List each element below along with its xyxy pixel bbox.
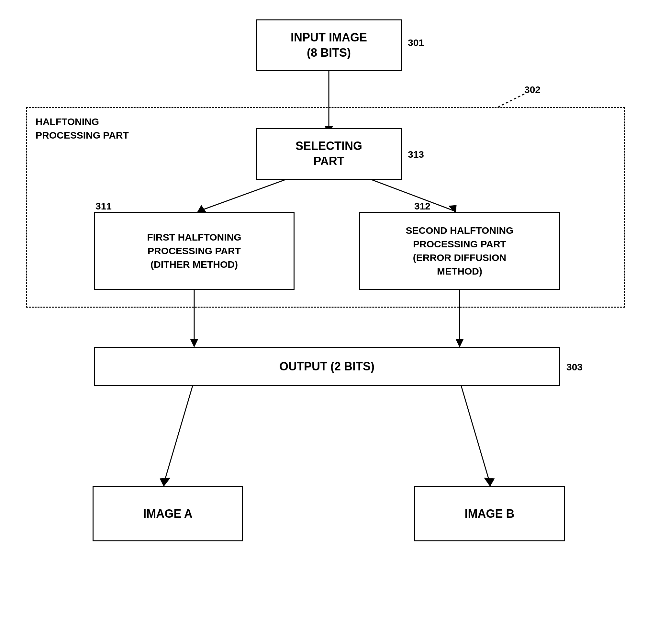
svg-marker-7 [190, 339, 198, 347]
svg-marker-9 [456, 339, 464, 347]
svg-line-14 [498, 94, 524, 107]
ref-312: 312 [414, 201, 430, 212]
ref-311: 311 [95, 201, 112, 212]
ref-301: 301 [408, 37, 424, 48]
image-a-box: IMAGE A [93, 486, 243, 542]
image-b-box: IMAGE B [414, 486, 565, 542]
svg-line-12 [460, 381, 489, 479]
svg-marker-11 [160, 478, 170, 486]
ref-302: 302 [524, 84, 541, 95]
diagram-container: INPUT IMAGE (8 BITS) 301 302 HALFTONING … [0, 0, 658, 644]
output-box: OUTPUT (2 BITS) [94, 347, 560, 386]
arrows-svg [0, 0, 658, 644]
halftoning-processing-part-label: HALFTONING PROCESSING PART [36, 115, 129, 142]
ref-303: 303 [566, 362, 583, 373]
input-image-box: INPUT IMAGE (8 BITS) [256, 19, 402, 71]
svg-marker-13 [484, 478, 495, 486]
first-halftoning-box: FIRST HALFTONING PROCESSING PART (DITHER… [94, 212, 295, 290]
ref-313: 313 [408, 149, 424, 160]
svg-line-10 [165, 381, 194, 479]
selecting-part-box: SELECTING PART [256, 128, 402, 180]
second-halftoning-box: SECOND HALFTONING PROCESSING PART (ERROR… [359, 212, 560, 290]
